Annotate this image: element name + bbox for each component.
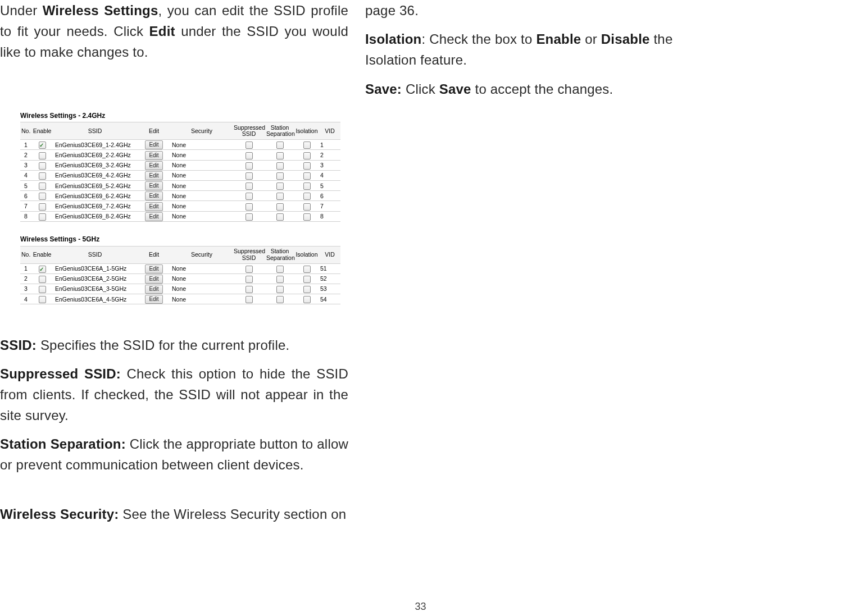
table-header: Security xyxy=(171,246,233,263)
edit-button[interactable]: Edit xyxy=(145,264,162,273)
term-save: Save xyxy=(439,81,471,97)
isolation-checkbox[interactable] xyxy=(303,142,311,149)
term-wireless-settings: Wireless Settings xyxy=(43,3,158,18)
def-ssid: SSID: Specifies the SSID for the current… xyxy=(0,335,348,355)
enable-checkbox[interactable] xyxy=(39,182,46,190)
term: Station Separation: xyxy=(0,436,126,451)
edit-button[interactable]: Edit xyxy=(145,171,162,180)
left-column: Under Wireless Settings, you can edit th… xyxy=(0,0,348,532)
isolation-checkbox[interactable] xyxy=(303,172,311,180)
separation-checkbox[interactable] xyxy=(276,172,284,180)
cell-sep xyxy=(265,140,294,150)
cell-ssid: EnGenius03CE6A_4-5GHz xyxy=(53,294,137,304)
edit-button[interactable]: Edit xyxy=(145,275,162,284)
isolation-checkbox[interactable] xyxy=(303,162,311,170)
separation-checkbox[interactable] xyxy=(276,213,284,221)
cell-sup xyxy=(233,201,265,211)
isolation-checkbox[interactable] xyxy=(303,296,311,303)
separation-checkbox[interactable] xyxy=(276,142,284,149)
cell-vid: 5 xyxy=(319,181,340,191)
isolation-checkbox[interactable] xyxy=(303,276,311,283)
cell-iso xyxy=(294,150,319,160)
suppressed-checkbox[interactable] xyxy=(246,276,253,283)
isolation-checkbox[interactable] xyxy=(303,182,311,190)
isolation-checkbox[interactable] xyxy=(303,203,311,211)
suppressed-checkbox[interactable] xyxy=(246,213,253,221)
table-header: Enable xyxy=(31,246,53,263)
suppressed-checkbox[interactable] xyxy=(246,172,253,180)
cell-sep xyxy=(265,211,294,221)
cell-enable xyxy=(31,201,53,211)
cell-security: None xyxy=(171,263,233,273)
cell-vid: 3 xyxy=(319,160,340,170)
separation-checkbox[interactable] xyxy=(276,276,284,283)
table-header: Edit xyxy=(137,246,171,263)
cell-vid: 54 xyxy=(319,294,340,304)
table-header: SSID xyxy=(53,122,137,140)
edit-button[interactable]: Edit xyxy=(145,212,162,221)
separation-checkbox[interactable] xyxy=(276,152,284,159)
enable-checkbox[interactable] xyxy=(39,266,46,273)
def-isolation: Isolation: Check the box to Enable or Di… xyxy=(365,29,725,70)
edit-button[interactable]: Edit xyxy=(145,161,162,170)
enable-checkbox[interactable] xyxy=(39,286,46,293)
isolation-checkbox[interactable] xyxy=(303,193,311,200)
isolation-checkbox[interactable] xyxy=(303,152,311,159)
enable-checkbox[interactable] xyxy=(39,203,46,211)
suppressed-checkbox[interactable] xyxy=(246,266,253,273)
term-edit: Edit xyxy=(149,24,175,39)
isolation-checkbox[interactable] xyxy=(303,213,311,221)
table-row: 4EnGenius03CE69_4-2.4GHzEditNone4 xyxy=(20,170,340,180)
suppressed-checkbox[interactable] xyxy=(246,203,253,211)
cell-vid: 2 xyxy=(319,150,340,160)
edit-button[interactable]: Edit xyxy=(145,181,162,190)
suppressed-checkbox[interactable] xyxy=(246,286,253,293)
separation-checkbox[interactable] xyxy=(276,193,284,200)
separation-checkbox[interactable] xyxy=(276,286,284,293)
suppressed-checkbox[interactable] xyxy=(246,193,253,200)
edit-button[interactable]: Edit xyxy=(145,151,162,160)
cell-no: 4 xyxy=(20,170,31,180)
enable-checkbox[interactable] xyxy=(39,152,46,159)
table-header: Isolation xyxy=(294,246,319,263)
enable-checkbox[interactable] xyxy=(39,172,46,180)
enable-checkbox[interactable] xyxy=(39,296,46,303)
edit-button[interactable]: Edit xyxy=(145,202,162,211)
edit-button[interactable]: Edit xyxy=(145,285,162,294)
cell-security: None xyxy=(171,140,233,150)
edit-button[interactable]: Edit xyxy=(145,295,162,304)
right-column: page 36. Isolation: Check the box to Ena… xyxy=(365,0,725,107)
cell-vid: 7 xyxy=(319,201,340,211)
cell-sup xyxy=(233,150,265,160)
cell-security: None xyxy=(171,294,233,304)
table-5ghz: No.EnableSSIDEditSecuritySuppressedSSIDS… xyxy=(20,246,340,305)
cell-no: 8 xyxy=(20,211,31,221)
cell-sep xyxy=(265,284,294,294)
suppressed-checkbox[interactable] xyxy=(246,182,253,190)
table-row: 1EnGenius03CE69_1-2.4GHzEditNone1 xyxy=(20,140,340,150)
enable-checkbox[interactable] xyxy=(39,142,46,149)
separation-checkbox[interactable] xyxy=(276,162,284,170)
enable-checkbox[interactable] xyxy=(39,213,46,221)
suppressed-checkbox[interactable] xyxy=(246,296,253,303)
separation-checkbox[interactable] xyxy=(276,266,284,273)
separation-checkbox[interactable] xyxy=(276,182,284,190)
edit-button[interactable]: Edit xyxy=(145,140,162,149)
suppressed-checkbox[interactable] xyxy=(246,162,253,170)
edit-button[interactable]: Edit xyxy=(145,191,162,200)
table-header: StationSeparation xyxy=(265,122,294,140)
isolation-checkbox[interactable] xyxy=(303,266,311,273)
enable-checkbox[interactable] xyxy=(39,276,46,283)
table-row: 8EnGenius03CE69_8-2.4GHzEditNone8 xyxy=(20,211,340,221)
separation-checkbox[interactable] xyxy=(276,296,284,303)
isolation-checkbox[interactable] xyxy=(303,286,311,293)
suppressed-checkbox[interactable] xyxy=(246,152,253,159)
separation-checkbox[interactable] xyxy=(276,203,284,211)
cell-security: None xyxy=(171,150,233,160)
cell-security: None xyxy=(171,191,233,201)
enable-checkbox[interactable] xyxy=(39,162,46,170)
enable-checkbox[interactable] xyxy=(39,193,46,200)
table-header: Isolation xyxy=(294,122,319,140)
suppressed-checkbox[interactable] xyxy=(246,142,253,149)
table-header: SuppressedSSID xyxy=(233,246,265,263)
